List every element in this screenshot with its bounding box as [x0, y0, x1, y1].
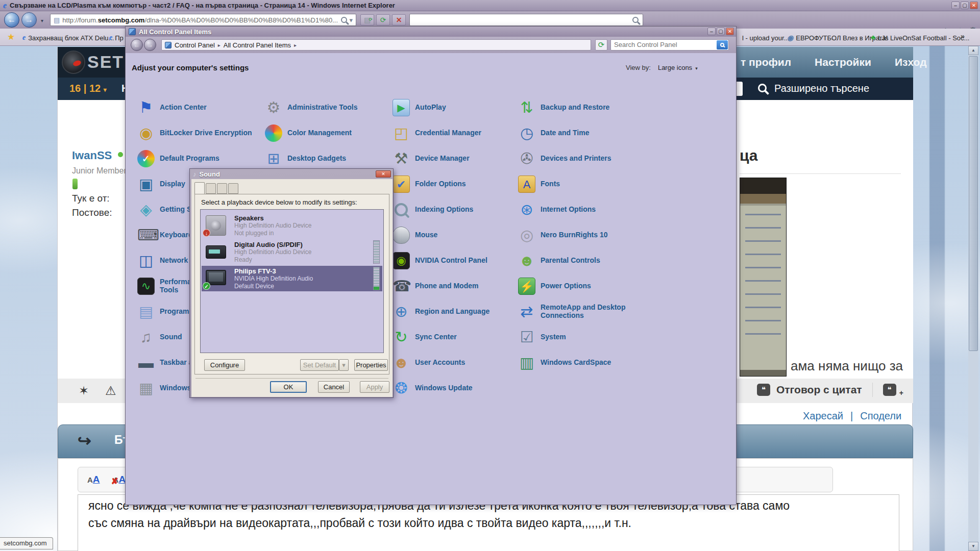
sound-dialog-tab[interactable]	[228, 183, 238, 194]
spdif-device-icon	[206, 245, 226, 259]
control-panel-item[interactable]: ☻ User Accounts	[393, 354, 520, 377]
nav-settings-link[interactable]: Настройки	[815, 56, 871, 68]
favorites-bar-item[interactable]: e Пр	[109, 33, 124, 43]
nvidia-icon: ◉	[393, 252, 410, 269]
control-panel-item[interactable]: ⊕ Region and Language	[393, 303, 520, 325]
breadcrumb-separator-icon: ▸	[294, 42, 297, 48]
cancel-button[interactable]: Cancel	[318, 381, 350, 393]
quote-bubble-icon[interactable]: ❝	[757, 384, 770, 396]
browser-scrollbar[interactable]: ▲ ▼	[968, 46, 978, 551]
maximize-button[interactable]: ▢	[961, 2, 969, 9]
scroll-down-arrow[interactable]: ▼	[968, 542, 978, 551]
cp-search-button[interactable]	[717, 40, 728, 49]
search-icon[interactable]	[758, 84, 767, 92]
warning-icon[interactable]: ⚠	[105, 384, 116, 398]
forward-button[interactable]: →	[21, 12, 37, 28]
properties-button[interactable]: Properties	[354, 359, 388, 371]
nav-profile-link[interactable]: т профил	[741, 56, 791, 68]
cp-breadcrumb[interactable]: Control Panel ▸ All Control Panel Items …	[161, 39, 591, 51]
breadcrumb-current[interactable]: All Control Panel Items	[224, 41, 291, 49]
close-button[interactable]: ✕	[970, 2, 978, 9]
control-panel-item[interactable]: ☻ Parental Controls	[518, 252, 646, 274]
history-dropdown-icon[interactable]: ▾	[41, 18, 43, 23]
set-default-dropdown-arrow[interactable]: ▾	[339, 359, 349, 371]
compatibility-view-button[interactable]: ▤⟳	[360, 14, 374, 26]
report-star-icon[interactable]: ✶	[79, 384, 89, 398]
address-field[interactable]: ▤ http://forum.setcombg.com/dlna-%D0%BA%…	[50, 14, 356, 26]
scrollbar-thumb[interactable]	[969, 56, 978, 351]
share-link[interactable]: Сподели	[860, 410, 901, 421]
post-author[interactable]: IwanSS	[72, 149, 112, 162]
control-panel-item[interactable]: ◰ Credential Manager	[393, 124, 520, 147]
control-panel-item[interactable]: ◉ BitLocker Drive Encryption	[137, 124, 265, 147]
control-panel-item[interactable]: Mouse	[393, 227, 520, 249]
control-panel-item[interactable]: A Fonts	[518, 176, 646, 198]
stop-button[interactable]: ✕	[392, 14, 406, 26]
post-counter[interactable]: 16 | 12 ▾	[69, 83, 107, 94]
control-panel-item[interactable]: ⚑ Action Center	[137, 99, 265, 121]
control-panel-item[interactable]: ◉ NVIDIA Control Panel	[393, 252, 520, 274]
control-panel-item[interactable]: ⚒ Device Manager	[393, 150, 520, 172]
reply-with-quote-button[interactable]: Отговор с цитат	[776, 384, 862, 396]
control-panel-item[interactable]: ✔ Folder Options	[393, 176, 520, 198]
refresh-button[interactable]: ⟳	[376, 14, 390, 26]
playback-device-row[interactable]: ↓ Speakers High Definition Audio Device …	[202, 213, 382, 238]
font-size-icon[interactable]: AA	[85, 474, 102, 485]
view-by-value[interactable]: Large icons	[658, 64, 692, 71]
nav-logout-link[interactable]: Изход	[895, 56, 927, 68]
control-panel-item[interactable]: ⇅ Backup and Restore	[518, 99, 646, 121]
control-panel-item[interactable]: ⚙ Administrative Tools	[265, 99, 393, 121]
attached-photo-thumbnail[interactable]	[740, 178, 787, 377]
address-dropdown-icon[interactable]: ▾	[349, 16, 353, 24]
breadcrumb-root[interactable]: Control Panel	[175, 41, 215, 49]
cp-forward-button[interactable]: →	[144, 39, 156, 51]
minimize-button[interactable]: ‒	[951, 2, 960, 9]
apply-button[interactable]: Apply	[360, 381, 389, 393]
setcom-logo-text: SET	[87, 52, 124, 72]
control-panel-item[interactable]: ⚡ Power Options	[518, 278, 646, 300]
sound-dialog-close-button[interactable]: ✕	[376, 170, 391, 178]
sound-dialog-tab[interactable]	[206, 183, 216, 194]
ok-button[interactable]: OK	[270, 381, 307, 393]
cp-close-button[interactable]: ✕	[726, 28, 734, 35]
like-link[interactable]: Харесай	[803, 410, 843, 421]
control-panel-item[interactable]: ☑ System	[518, 329, 646, 351]
cp-minimize-button[interactable]: ‒	[707, 28, 716, 35]
scroll-up-arrow[interactable]: ▲	[968, 46, 978, 55]
playback-device-row[interactable]: Digital Audio (S/PDIF) High Definition A…	[202, 239, 382, 265]
control-panel-item[interactable]: ☎ Phone and Modem	[393, 278, 520, 300]
control-panel-item[interactable]: ▥ Windows CardSpace	[518, 354, 646, 377]
cp-search-input[interactable]: Search Control Panel	[610, 39, 729, 51]
sound-dialog-tab[interactable]	[217, 183, 227, 194]
device-name: Digital Audio (S/PDIF)	[234, 241, 311, 248]
playback-device-row[interactable]: ✓ Philips FTV-3 NVIDIA High Definition A…	[202, 266, 382, 291]
control-panel-item[interactable]: Color Management	[265, 124, 393, 147]
search-icon[interactable]	[632, 17, 639, 23]
control-panel-item[interactable]: ◷ Date and Time	[518, 124, 646, 147]
multiquote-icon[interactable]: ❝	[883, 384, 896, 396]
control-panel-item[interactable]: ↻ Sync Center	[393, 329, 520, 351]
control-panel-item[interactable]: ◎ Nero BurnRights 10	[518, 227, 646, 249]
address-search-icon[interactable]	[341, 17, 347, 23]
devices-printers-icon: ✇	[518, 150, 535, 167]
advanced-search-link[interactable]: Разширено търсене	[774, 83, 869, 94]
control-panel-item[interactable]: ✇ Devices and Printers	[518, 150, 646, 172]
control-panel-item[interactable]: Indexing Options	[393, 201, 520, 223]
back-button[interactable]: ←	[4, 12, 19, 28]
control-panel-item[interactable]: ⇄ RemoteApp and Desktop Connections	[518, 303, 646, 325]
favorites-bar-item[interactable]: l - upload your...	[740, 33, 790, 43]
control-panel-item[interactable]: ⊛ Internet Options	[518, 201, 646, 223]
ie-search-box[interactable]	[409, 14, 643, 26]
view-by-control[interactable]: View by:Large icons▾	[626, 64, 698, 71]
favorites-bar-item[interactable]: e Захранващ блок ATX Delu...	[22, 33, 114, 43]
configure-button[interactable]: Configure	[204, 359, 245, 371]
sound-dialog-tab[interactable]	[194, 182, 205, 194]
add-favorite-star-icon[interactable]: ★	[7, 32, 15, 42]
set-default-button[interactable]: Set Default	[300, 359, 339, 371]
control-panel-item[interactable]: ❂ Windows Update	[393, 380, 520, 402]
cp-back-button[interactable]: ←	[131, 39, 143, 51]
cp-refresh-button[interactable]: ⟳	[595, 39, 607, 51]
control-panel-item[interactable]: ▶ AutoPlay	[393, 99, 520, 121]
cp-maximize-button[interactable]: ▢	[717, 28, 725, 35]
favorites-bar-item[interactable]: ♣ LJs LiveOnSat Football - Soc...	[871, 33, 969, 43]
